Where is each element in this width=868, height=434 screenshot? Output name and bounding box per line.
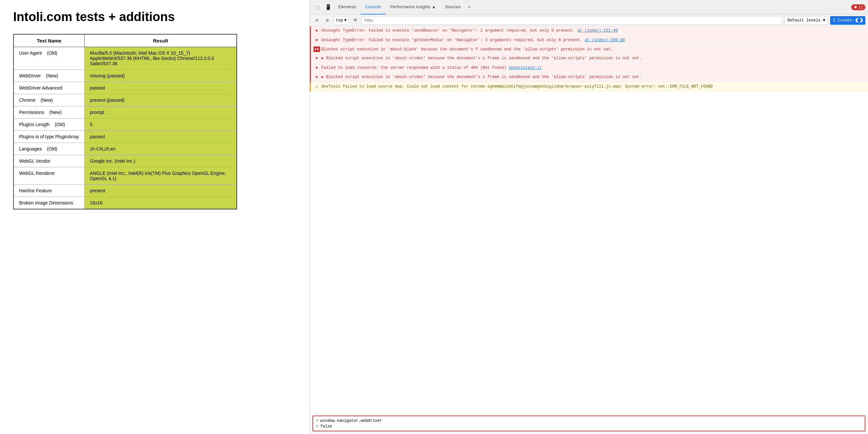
console-message-content: Blocked script execution in 'about:blank… — [321, 46, 865, 52]
test-name-cell: Broken Image Dimensions — [13, 197, 85, 210]
test-table: Test Name Result User Agent (Old)Mozilla… — [13, 34, 237, 210]
result-cell: 16x16 — [85, 197, 237, 210]
test-name-cell: Chrome (New) — [13, 94, 85, 106]
error-icon: ✖ — [313, 65, 320, 71]
issues-badge[interactable]: ✖ 11 — [851, 4, 865, 10]
levels-selector[interactable]: Default levels ▼ — [784, 16, 828, 25]
test-name-cell: Permissions (New) — [13, 106, 85, 119]
console-input-text: window.navigator.webdriver — [320, 418, 382, 423]
tab-more[interactable]: » — [465, 3, 473, 11]
table-row: Chrome (New)present (passed) — [13, 94, 237, 106]
console-result-line: < false — [316, 424, 862, 429]
test-name-cell: Languages (Old) — [13, 143, 85, 155]
test-name-cell: Plugins Length (Old) — [13, 119, 85, 131]
tab-elements[interactable]: Elements — [334, 0, 361, 14]
result-cell: Mozilla/5.0 (Macintosh; Intel Mac OS X 1… — [85, 47, 237, 70]
test-name-cell: WebGL Vendor — [13, 155, 85, 167]
console-messages: ✖Uncaught TypeError: Failed to execute '… — [310, 26, 868, 413]
table-row: WebGL RendererANGLE (Intel Inc., Intel(R… — [13, 167, 237, 185]
tab-sources[interactable]: Sources — [441, 0, 466, 14]
result-cell: present (passed) — [85, 94, 237, 106]
test-name-cell: WebDriver Advanced — [13, 82, 85, 94]
console-prompt-in: > — [316, 418, 318, 423]
console-input-area[interactable]: > window.navigator.webdriver < false — [312, 415, 865, 431]
console-message-content: DevTools failed to load source map: Coul… — [321, 84, 865, 90]
left-panel: Intoli.com tests + additions Test Name R… — [0, 0, 310, 434]
test-name-cell: User Agent (Old) — [13, 47, 85, 70]
console-message-location[interactable]: at (index):209:40 — [585, 38, 625, 42]
error-icon: ✖ — [313, 37, 320, 44]
table-row: User Agent (Old)Mozilla/5.0 (Macintosh; … — [13, 47, 237, 70]
warning-icon: ⚠ — [313, 84, 320, 90]
console-message-content: Failed to load resource: the server resp… — [321, 65, 865, 71]
page-title: Intoli.com tests + additions — [13, 10, 297, 24]
test-name-cell: WebDriver (New) — [13, 70, 85, 82]
issues-info[interactable]: 3 Issues: 🔵 — [830, 16, 865, 25]
test-name-cell: Hairline Feature — [13, 185, 85, 197]
filter-input[interactable] — [362, 16, 782, 25]
table-row: Plugins is of type PluginArraypassed — [13, 131, 237, 143]
result-cell: missing (passed) — [85, 70, 237, 82]
test-name-cell: Plugins is of type PluginArray — [13, 131, 85, 143]
result-cell: zh-CN,zh,en — [85, 143, 237, 155]
console-message-location[interactable]: nonexistent-ir — [509, 65, 542, 70]
result-cell: prompt — [85, 106, 237, 119]
context-selector[interactable]: top ▼ — [334, 16, 349, 25]
console-message-content: Uncaught TypeError: Failed to execute 's… — [321, 28, 865, 34]
result-cell: present — [85, 185, 237, 197]
result-cell: 5 — [85, 119, 237, 131]
eye-icon[interactable]: 👁 — [351, 16, 360, 25]
console-input-line: > window.navigator.webdriver — [316, 418, 862, 423]
result-cell: passed — [85, 131, 237, 143]
error-icon: ✖ — [313, 74, 320, 81]
table-row: Hairline Featurepresent — [13, 185, 237, 197]
clear-console-button[interactable]: ⊘ — [312, 16, 321, 25]
console-message-content: Uncaught TypeError: Failed to execute 'g… — [321, 37, 865, 43]
devtools-tabs-bar: ⬚ 📱 Elements Console Performance insight… — [310, 0, 868, 14]
table-row: WebDriver Advancedpassed — [13, 82, 237, 94]
inspect-icon[interactable]: ⬚ — [312, 2, 323, 12]
console-prompt-out: < — [316, 424, 318, 429]
context-dropdown-icon: ▼ — [344, 18, 347, 23]
console-message-content: ▶ Blocked script execution in 'about:src… — [321, 55, 865, 61]
test-name-cell: WebGL Renderer — [13, 167, 85, 185]
tab-console[interactable]: Console — [361, 0, 385, 14]
error-icon: ✖ — [313, 55, 320, 62]
console-message-content: ▶ Blocked script execution in 'about:src… — [321, 74, 865, 80]
result-cell: passed — [85, 82, 237, 94]
console-message: ✖▶ Blocked script execution in 'about:sr… — [310, 73, 868, 82]
table-row: Broken Image Dimensions16x16 — [13, 197, 237, 210]
col-header-result: Result — [85, 34, 237, 47]
result-cell: Google Inc. (Intel Inc.) — [85, 155, 237, 167]
error-icon: ▶6 — [313, 46, 320, 52]
table-row: WebGL VendorGoogle Inc. (Intel Inc.) — [13, 155, 237, 167]
table-row: WebDriver (New)missing (passed) — [13, 70, 237, 82]
table-row: Languages (Old)zh-CN,zh,en — [13, 143, 237, 155]
devtools-panel: ⬚ 📱 Elements Console Performance insight… — [310, 0, 868, 434]
table-row: Permissions (New)prompt — [13, 106, 237, 119]
console-result-value: false — [320, 424, 332, 429]
console-message-location[interactable]: at (index):161:40 — [578, 28, 618, 33]
console-message: ⚠DevTools failed to load source map: Cou… — [310, 82, 868, 92]
issues-count-badge: 🔵 — [856, 18, 863, 22]
console-message: ✖Uncaught TypeError: Failed to execute '… — [310, 26, 868, 36]
tab-performance-insights[interactable]: Performance insights ▲ — [385, 0, 441, 14]
table-row: Plugins Length (Old)5 — [13, 119, 237, 131]
settings-button[interactable]: ⚙ — [323, 16, 332, 25]
result-cell: ANGLE (Intel Inc., Intel(R) Iris(TM) Plu… — [85, 167, 237, 185]
col-header-test-name: Test Name — [13, 34, 85, 47]
device-icon[interactable]: 📱 — [323, 2, 334, 12]
console-message: ✖Uncaught TypeError: Failed to execute '… — [310, 36, 868, 45]
console-message: ▶6Blocked script execution in 'about:bla… — [310, 45, 868, 54]
devtools-toolbar: ⊘ ⚙ top ▼ 👁 Default levels ▼ 3 Issues: 🔵 — [310, 14, 868, 26]
console-message: ✖▶ Blocked script execution in 'about:sr… — [310, 54, 868, 64]
console-message: ✖Failed to load resource: the server res… — [310, 64, 868, 73]
error-icon: ✖ — [313, 28, 320, 34]
